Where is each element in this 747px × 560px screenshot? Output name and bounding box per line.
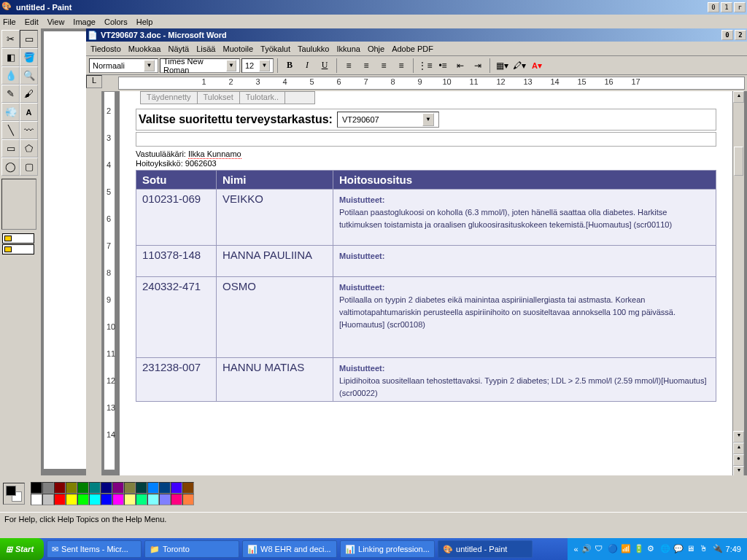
horizontal-ruler[interactable]: 1234567891011121314151617 <box>118 77 745 90</box>
word-restore[interactable]: 2 <box>735 30 746 40</box>
wmenu-muokkaa[interactable]: Muokkaa <box>128 44 161 53</box>
color-swatch[interactable] <box>66 494 77 505</box>
next-page-button[interactable]: ▾ <box>733 466 744 475</box>
wmenu-lisaa[interactable]: Lisää <box>196 44 215 53</box>
tool-zoom[interactable]: 🔍 <box>20 66 38 85</box>
task-toronto[interactable]: 📁Toronto <box>144 540 239 558</box>
close-button[interactable]: r <box>734 2 746 12</box>
color-swatch[interactable] <box>182 482 194 494</box>
wmenu-ohje[interactable]: Ohje <box>368 44 384 53</box>
tray-icon[interactable]: 🔵 <box>608 544 618 554</box>
menu-help[interactable]: Help <box>136 18 153 26</box>
tool-pencil[interactable]: ✎ <box>1 85 20 103</box>
wmenu-tyokalut[interactable]: Työkalut <box>260 44 290 53</box>
tray-icon[interactable]: 🔋 <box>634 544 644 554</box>
tray-icon[interactable]: 🔌 <box>713 544 723 554</box>
task-linking[interactable]: 📊Linking profession... <box>340 540 435 558</box>
color-swatch[interactable] <box>31 494 42 505</box>
scroll-thumb[interactable] <box>734 147 743 176</box>
color-swatch[interactable] <box>101 482 112 494</box>
indent-button[interactable]: ⇥ <box>470 58 486 74</box>
tool-roundrect[interactable]: ▢ <box>20 158 38 176</box>
document-page[interactable]: Täydennetty Tulokset Tulotark.. Valitse … <box>120 91 732 475</box>
tool-rect[interactable]: ▭ <box>1 139 20 158</box>
menu-file[interactable]: File <box>3 18 16 26</box>
tool-text[interactable]: A <box>20 103 38 121</box>
tray-icon[interactable]: 🖥 <box>686 544 697 554</box>
tool-select[interactable]: ▭ <box>20 30 38 48</box>
align-justify-button[interactable]: ≡ <box>393 58 409 74</box>
color-swatch[interactable] <box>171 494 182 505</box>
scroll-up-button[interactable]: ▴ <box>733 91 744 103</box>
color-swatch[interactable] <box>101 494 112 505</box>
align-right-button[interactable]: ≡ <box>376 58 392 74</box>
tool-options[interactable] <box>1 179 36 230</box>
tool-freeform[interactable]: ✂ <box>1 30 20 48</box>
tool-brush[interactable]: 🖌 <box>20 85 38 103</box>
vertical-ruler[interactable]: 234567891011121314 <box>104 91 115 470</box>
tab-1[interactable]: Täydennetty <box>141 92 198 104</box>
scroll-down-button[interactable]: ▾ <box>733 431 744 443</box>
tab-selector[interactable]: L <box>86 75 102 88</box>
tray-icon[interactable]: 🖱 <box>700 544 710 554</box>
color-swatch[interactable] <box>171 482 182 494</box>
bullet-list-button[interactable]: •≡ <box>435 58 451 74</box>
color-swatch[interactable] <box>124 494 136 505</box>
exam-dropdown[interactable]: VT290607 ▼ <box>337 112 439 128</box>
align-left-button[interactable]: ≡ <box>341 58 357 74</box>
size-combo[interactable]: 12▼ <box>241 58 274 73</box>
task-outlook[interactable]: ✉Sent Items - Micr... <box>47 540 142 558</box>
menu-view[interactable]: View <box>47 18 65 26</box>
clock[interactable]: 7:49 <box>726 545 741 553</box>
tool-poly[interactable]: ⬠ <box>20 139 38 158</box>
tray-icon[interactable]: 🌐 <box>660 544 670 554</box>
wmenu-ikkuna[interactable]: Ikkuna <box>336 44 360 53</box>
color-swatch[interactable] <box>147 494 159 505</box>
browse-button[interactable]: ● <box>733 454 744 466</box>
menu-colors[interactable]: Colors <box>104 18 128 26</box>
tool-line[interactable]: ╲ <box>1 121 20 139</box>
color-swatch[interactable] <box>124 482 136 494</box>
tab-2[interactable]: Tulokset <box>198 92 240 104</box>
tray-icon[interactable]: ⚙ <box>647 544 657 554</box>
wmenu-adobe[interactable]: Adobe PDF <box>392 44 433 53</box>
highlight-button[interactable]: 🖍▾ <box>511 58 527 74</box>
tool-picker[interactable]: 💧 <box>1 66 20 85</box>
color-swatch[interactable] <box>147 482 159 494</box>
numbered-list-button[interactable]: ⋮≡ <box>417 58 433 74</box>
maximize-button[interactable]: 1 <box>721 2 732 12</box>
tray-icon[interactable]: 📶 <box>621 544 631 554</box>
borders-button[interactable]: ▦▾ <box>494 58 510 74</box>
tool-ellipse[interactable]: ◯ <box>1 158 20 176</box>
wmenu-tiedosto[interactable]: Tiedosto <box>90 44 121 53</box>
color-swatch[interactable] <box>77 482 89 494</box>
system-tray[interactable]: « 🔊 🛡 🔵 📶 🔋 ⚙ 🌐 💬 🖥 🖱 🔌 7:49 <box>568 538 747 560</box>
color-swatch[interactable] <box>136 482 147 494</box>
tray-icon[interactable]: 🔊 <box>581 544 592 554</box>
start-button[interactable]: ⊞ Start <box>0 538 44 560</box>
color-swatch[interactable] <box>182 494 194 505</box>
menu-image[interactable]: Image <box>73 18 96 26</box>
bold-button[interactable]: B <box>282 58 298 74</box>
word-minimize[interactable]: 0 <box>721 30 733 40</box>
color-swatch[interactable] <box>112 482 124 494</box>
align-center-button[interactable]: ≡ <box>358 58 374 74</box>
font-combo[interactable]: Times New Roman▼ <box>160 58 240 73</box>
color-swatch[interactable] <box>66 482 77 494</box>
tool-fill[interactable]: 🪣 <box>20 48 38 66</box>
tray-expand[interactable]: « <box>573 545 578 553</box>
menu-edit[interactable]: Edit <box>25 18 39 26</box>
tab-3[interactable]: Tulotark.. <box>240 92 285 104</box>
color-swatch[interactable] <box>89 494 101 505</box>
tray-icon[interactable]: 💬 <box>673 544 684 554</box>
italic-button[interactable]: I <box>299 58 315 74</box>
color-swatch[interactable] <box>89 482 101 494</box>
color-swatch[interactable] <box>159 482 171 494</box>
task-ehr[interactable]: 📊W8 EHR and deci... <box>242 540 337 558</box>
tool-curve[interactable]: 〰 <box>20 121 38 139</box>
task-paint[interactable]: 🎨untitled - Paint <box>438 540 533 558</box>
color-swatch[interactable] <box>31 482 42 494</box>
prev-page-button[interactable]: ▴ <box>733 443 744 454</box>
color-swatch[interactable] <box>42 482 54 494</box>
color-swatch[interactable] <box>77 494 89 505</box>
